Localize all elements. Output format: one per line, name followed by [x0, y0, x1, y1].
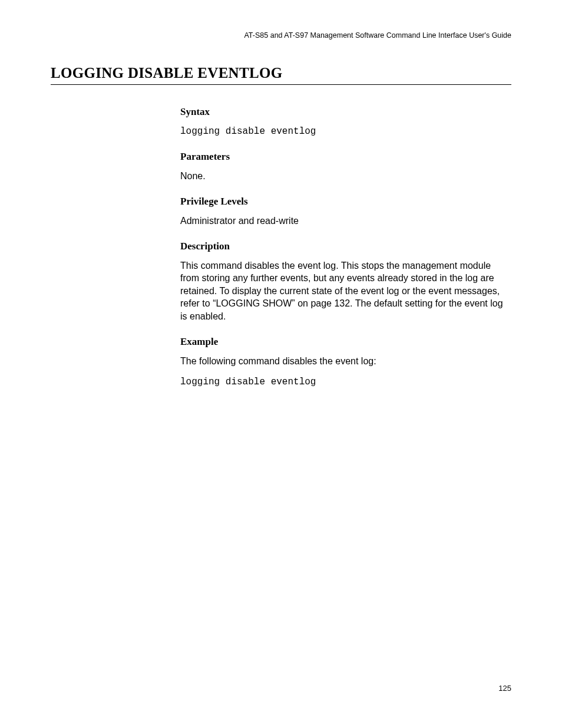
page-title: LOGGING DISABLE EVENTLOG — [51, 65, 511, 85]
parameters-heading: Parameters — [180, 151, 511, 163]
example-heading: Example — [180, 336, 511, 348]
privilege-text: Administrator and read-write — [180, 215, 511, 228]
example-code: logging disable eventlog — [180, 375, 511, 388]
syntax-code: logging disable eventlog — [180, 125, 511, 138]
description-text: This command disables the event log. Thi… — [180, 259, 511, 323]
running-header: AT-S85 and AT-S97 Management Software Co… — [244, 31, 511, 39]
description-heading: Description — [180, 241, 511, 252]
parameters-text: None. — [180, 170, 511, 183]
example-text: The following command disables the event… — [180, 355, 511, 368]
privilege-heading: Privilege Levels — [180, 196, 511, 207]
content-body: Syntax logging disable eventlog Paramete… — [180, 106, 511, 389]
page-number: 125 — [498, 684, 511, 693]
syntax-heading: Syntax — [180, 106, 511, 118]
